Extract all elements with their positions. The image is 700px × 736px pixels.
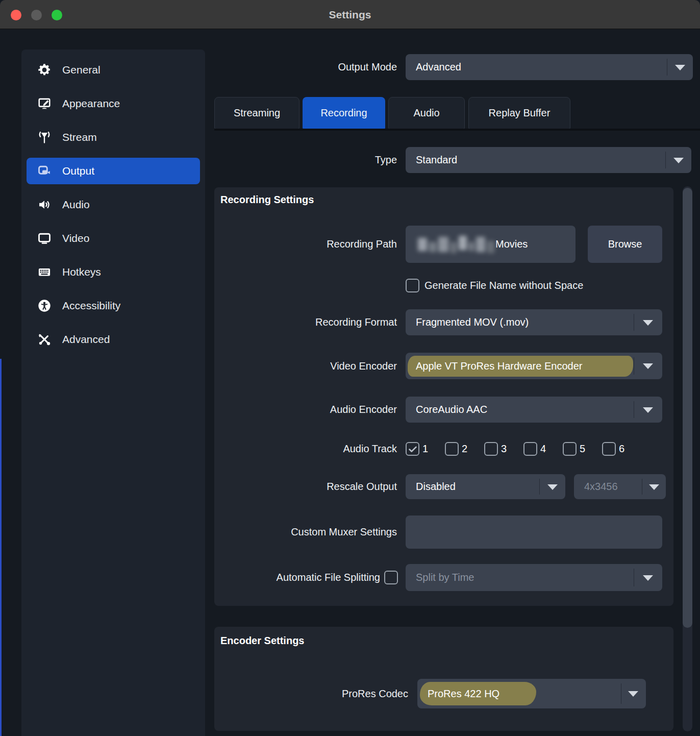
- chevron-down-icon: [649, 484, 659, 490]
- tools-icon: [37, 332, 52, 347]
- auto-split-checkbox[interactable]: [384, 571, 398, 584]
- speaker-icon: [37, 197, 52, 212]
- keyboard-icon: [37, 264, 52, 280]
- recording-format-select[interactable]: Fragmented MOV (.mov): [406, 309, 662, 335]
- generate-file-name-label: Generate File Name without Space: [424, 278, 583, 293]
- redacted-path-blur: [418, 236, 494, 253]
- rescale-output-select[interactable]: Disabled: [406, 474, 565, 499]
- audio-track-label: Audio Track: [214, 442, 397, 456]
- sidebar-item-accessibility[interactable]: Accessibility: [27, 292, 200, 319]
- rescale-output-value: Disabled: [416, 474, 456, 499]
- chevron-down-icon: [643, 575, 653, 581]
- output-mode-select[interactable]: Advanced: [406, 54, 693, 80]
- custom-muxer-input[interactable]: [406, 516, 662, 549]
- sidebar-item-stream[interactable]: Stream: [27, 124, 200, 151]
- tab-recording[interactable]: Recording: [303, 97, 385, 129]
- sidebar-item-label: Audio: [62, 199, 90, 211]
- stream-antenna-icon: [37, 130, 52, 145]
- prores-codec-select[interactable]: ProRes 422 HQ: [417, 679, 646, 708]
- accessibility-icon: [37, 298, 52, 313]
- video-encoder-label: Video Encoder: [214, 353, 397, 379]
- chevron-down-icon: [673, 158, 684, 163]
- chevron-down-icon: [643, 320, 653, 326]
- auto-split-mode-select[interactable]: Split by Time: [406, 564, 662, 591]
- check-icon: [407, 444, 418, 455]
- sidebar-item-label: Output: [62, 165, 94, 177]
- tabbar-divider: [214, 129, 700, 131]
- sidebar-item-output[interactable]: Output: [27, 158, 200, 184]
- scrollbar-thumb[interactable]: [683, 188, 692, 628]
- settings-window: { "titlebar": { "title": "Settings" }, "…: [0, 0, 700, 736]
- sidebar-item-label: Accessibility: [62, 300, 120, 312]
- recording-path-label: Recording Path: [214, 226, 397, 263]
- encoder-settings-title: Encoder Settings: [220, 635, 304, 647]
- recording-path-visible-text: Movies: [495, 238, 528, 250]
- appearance-icon: [37, 96, 52, 111]
- chevron-down-icon: [675, 65, 685, 70]
- sidebar-item-general[interactable]: General: [27, 57, 200, 83]
- audio-track-1-checkbox[interactable]: [406, 442, 419, 456]
- custom-muxer-label: Custom Muxer Settings: [214, 516, 397, 549]
- sidebar-item-label: Stream: [62, 131, 97, 143]
- background-artifact: [0, 359, 2, 736]
- auto-split-mode-value: Split by Time: [416, 564, 474, 591]
- type-label: Type: [214, 147, 397, 173]
- sidebar-item-label: Appearance: [62, 97, 120, 110]
- chevron-down-icon: [643, 407, 653, 413]
- prores-codec-value: ProRes 422 HQ: [428, 679, 499, 708]
- audio-track-6-checkbox[interactable]: [602, 442, 616, 456]
- audio-track-3-checkbox[interactable]: [484, 442, 498, 456]
- rescale-output-label: Rescale Output: [214, 474, 397, 499]
- recording-settings-title: Recording Settings: [220, 194, 314, 206]
- sidebar-item-label: Hotkeys: [62, 266, 101, 278]
- gear-icon: [37, 62, 52, 78]
- monitor-icon: [37, 231, 52, 246]
- type-value: Standard: [416, 147, 457, 173]
- audio-encoder-value: CoreAudio AAC: [416, 397, 487, 423]
- browse-button[interactable]: Browse: [588, 226, 662, 263]
- audio-track-2-checkbox[interactable]: [445, 442, 459, 456]
- chevron-down-icon: [643, 363, 653, 369]
- audio-encoder-label: Audio Encoder: [214, 397, 397, 423]
- sidebar-item-video[interactable]: Video: [27, 225, 200, 252]
- sidebar-item-advanced[interactable]: Advanced: [27, 326, 200, 353]
- sidebar-item-hotkeys[interactable]: Hotkeys: [27, 259, 200, 285]
- output-camera-icon: [37, 163, 52, 179]
- sidebar-item-appearance[interactable]: Appearance: [27, 90, 200, 117]
- recording-path-input[interactable]: Movies: [406, 226, 576, 263]
- audio-track-5-checkbox[interactable]: [563, 442, 577, 456]
- sidebar-item-label: Advanced: [62, 333, 110, 346]
- rescale-resolution-select[interactable]: 4x3456: [574, 474, 666, 499]
- rescale-resolution-value: 4x3456: [584, 474, 618, 499]
- prores-codec-label: ProRes Codec: [214, 679, 408, 708]
- window-title: Settings: [0, 0, 700, 29]
- recording-format-value: Fragmented MOV (.mov): [416, 309, 529, 335]
- audio-track-4-checkbox[interactable]: [523, 442, 537, 456]
- video-encoder-value: Apple VT ProRes Hardware Encoder: [416, 353, 582, 379]
- video-encoder-select[interactable]: Apple VT ProRes Hardware Encoder: [406, 353, 662, 379]
- chevron-down-icon: [628, 691, 638, 697]
- output-mode-value: Advanced: [416, 54, 461, 80]
- audio-encoder-select[interactable]: CoreAudio AAC: [406, 397, 662, 423]
- sidebar-item-label: General: [62, 64, 101, 76]
- generate-file-name-checkbox[interactable]: [406, 279, 419, 292]
- sidebar: General Appearance Stream Output Audio V…: [21, 50, 205, 736]
- tab-replay-buffer[interactable]: Replay Buffer: [468, 97, 570, 129]
- auto-split-label: Automatic File Splitting: [214, 564, 380, 591]
- output-mode-label: Output Mode: [214, 54, 397, 80]
- titlebar: Settings: [0, 0, 700, 29]
- type-select[interactable]: Standard: [406, 147, 691, 173]
- sidebar-item-audio[interactable]: Audio: [27, 191, 200, 218]
- recording-format-label: Recording Format: [214, 309, 397, 335]
- tab-streaming[interactable]: Streaming: [214, 97, 299, 129]
- sidebar-item-label: Video: [62, 232, 89, 244]
- chevron-down-icon: [547, 484, 558, 490]
- tab-audio[interactable]: Audio: [388, 97, 465, 129]
